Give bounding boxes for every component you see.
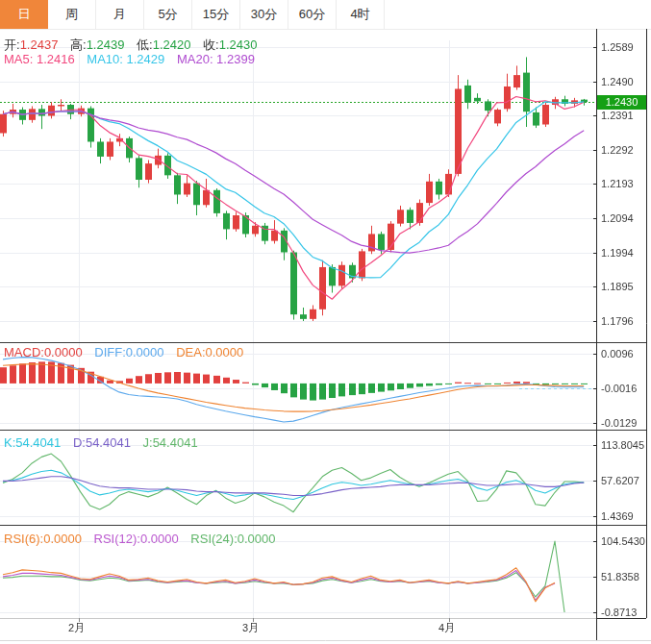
- rsi-readout: RSI(6):0.0000 RSI(12):0.0000 RSI(24):0.0…: [4, 532, 285, 546]
- price-axis-label: 1.2490: [601, 76, 634, 87]
- macd-axis-label: -0.0016: [601, 383, 637, 394]
- chart-area: 开:1.2437 高:1.2439 低:1.2420 收:1.2430 MA5:…: [0, 29, 651, 644]
- price-axis-label: 1.2193: [601, 178, 634, 189]
- rsi12-value: RSI(12):0.0000: [94, 532, 179, 546]
- k-value: K:54.4041: [4, 435, 61, 450]
- tab-4hour[interactable]: 4时: [337, 0, 385, 29]
- kdj-axis-label: 113.8045: [601, 439, 644, 451]
- tab-monthly[interactable]: 月: [96, 0, 144, 29]
- tab-15min[interactable]: 15分: [192, 0, 240, 29]
- chart-canvas[interactable]: [0, 29, 651, 644]
- d-value: D:54.4041: [73, 435, 131, 450]
- price-axis-label: 1.2391: [601, 110, 634, 121]
- tab-5min[interactable]: 5分: [144, 0, 192, 29]
- j-value: J:54.4041: [143, 435, 198, 450]
- tab-weekly[interactable]: 周: [48, 0, 96, 29]
- price-axis-label: 1.1994: [601, 247, 634, 259]
- tab-60min[interactable]: 60分: [288, 0, 337, 29]
- ma10-value: MA10: 1.2429: [87, 52, 164, 66]
- high-value: 1.2439: [87, 37, 125, 52]
- month-label-mar: 3月: [242, 621, 259, 635]
- tab-daily[interactable]: 日: [0, 0, 48, 29]
- ma5-value: MA5: 1.2416: [4, 52, 75, 66]
- close-label: 收:: [203, 37, 219, 52]
- price-axis-label: 1.2589: [601, 41, 634, 53]
- rsi24-value: RSI(24):0.0000: [190, 532, 275, 546]
- month-label-feb: 2月: [68, 621, 85, 635]
- low-label: 低:: [137, 37, 153, 52]
- month-label-apr: 4月: [438, 621, 455, 635]
- kdj-readout: K:54.4041 D:54.4041 J:54.4041: [4, 435, 207, 450]
- price-axis-label: 1.2292: [601, 144, 634, 156]
- rsi-axis-label: -0.8713: [601, 607, 637, 618]
- price-axis-label: 1.1895: [601, 281, 634, 292]
- price-axis-label: 1.1796: [601, 315, 634, 327]
- close-value: 1.2430: [219, 37, 258, 52]
- trading-chart-screen: 日 周 月 5分 15分 30分 60分 4时 开:1.2437 高:1.243…: [0, 0, 651, 644]
- open-label: 开:: [4, 37, 20, 52]
- ma-readout: MA5: 1.2416 MA10: 1.2429 MA20: 1.2399: [4, 52, 263, 66]
- diff-value: DIFF:0.0000: [94, 345, 163, 359]
- price-axis-label: 1.2094: [601, 212, 634, 224]
- low-value: 1.2420: [153, 37, 191, 52]
- open-value: 1.2437: [20, 37, 59, 52]
- tab-30min[interactable]: 30分: [240, 0, 288, 29]
- high-label: 高:: [70, 37, 87, 52]
- ma20-value: MA20: 1.2399: [177, 52, 255, 66]
- dea-value: DEA:0.0000: [176, 345, 243, 359]
- rsi6-value: RSI(6):0.0000: [4, 532, 82, 546]
- macd-value: MACD:0.0000: [4, 345, 83, 359]
- kdj-axis-label: 57.6207: [601, 475, 639, 486]
- current-price-badge: 1.2430: [597, 95, 646, 110]
- macd-axis-label: -0.0129: [601, 417, 637, 429]
- kdj-axis-label: 1.4369: [601, 510, 634, 522]
- macd-readout: MACD:0.0000 DIFF:0.0000 DEA:0.0000: [4, 345, 252, 359]
- rsi-axis-label: 51.8358: [601, 571, 639, 582]
- macd-axis-label: 0.0096: [601, 348, 634, 359]
- timeframe-tabbar: 日 周 月 5分 15分 30分 60分 4时: [0, 0, 651, 30]
- rsi-axis-label: 104.5430: [601, 535, 645, 547]
